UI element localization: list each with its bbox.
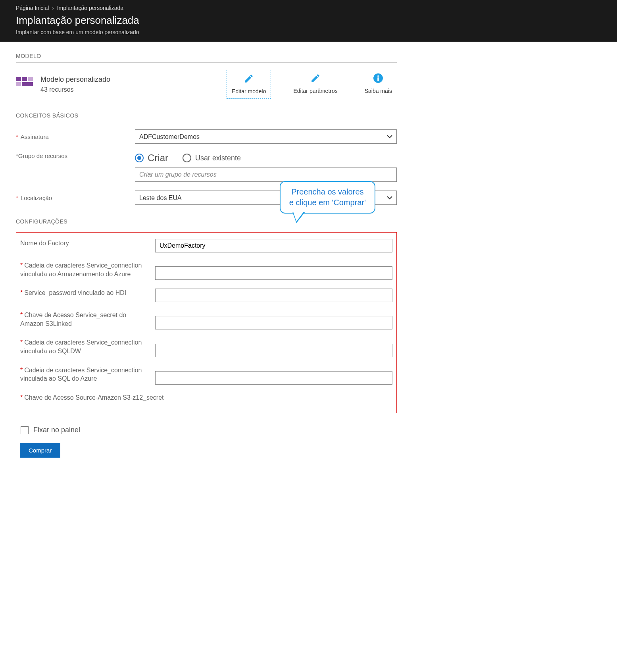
svg-rect-3: [16, 82, 21, 86]
radio-circle-icon: [183, 154, 191, 162]
edit-template-button[interactable]: Editar modelo: [227, 70, 271, 99]
pencil-icon: [244, 73, 254, 85]
radio-create-label: Criar: [148, 152, 168, 164]
hdi-password-label: Service_password vinculado ao HDI: [24, 289, 126, 296]
info-icon: [373, 73, 383, 85]
radio-existing-label: Usar existente: [195, 154, 241, 162]
resource-group-input[interactable]: [135, 168, 397, 182]
required-mark: *: [20, 262, 23, 269]
factory-name-input[interactable]: [155, 239, 392, 252]
template-tiles-icon: [16, 77, 33, 92]
svg-rect-1: [22, 77, 27, 81]
pin-label: Fixar no painel: [33, 426, 80, 434]
section-label-settings: CONFIGURAÇÕES: [16, 218, 397, 225]
resource-group-label: *Grupo de recursos: [16, 152, 67, 159]
svg-rect-7: [378, 77, 379, 81]
edit-template-label: Editar modelo: [232, 88, 266, 94]
factory-name-label: Nome do Factory: [20, 240, 69, 246]
page-title: Implantação personalizada: [16, 14, 612, 27]
required-mark: *: [16, 194, 18, 201]
section-rule-model: [16, 62, 397, 63]
section-label-basics: CONCEITOS BÁSICOS: [16, 112, 397, 119]
radio-create-new[interactable]: Criar: [135, 152, 168, 164]
s3-secret-input[interactable]: [155, 316, 392, 329]
edit-params-button[interactable]: Editar parâmetros: [288, 70, 342, 98]
subscription-label: Assinatura: [21, 133, 49, 140]
learn-more-label: Saiba mais: [365, 88, 392, 94]
breadcrumb-home[interactable]: Página Inicial: [16, 5, 49, 11]
hdi-password-input[interactable]: [155, 289, 392, 302]
breadcrumb-sep: ›: [52, 5, 54, 11]
pencil-icon: [310, 73, 321, 85]
azuresql-conn-input[interactable]: [155, 371, 392, 385]
svg-rect-2: [28, 77, 33, 81]
settings-highlight-box: Nome do Factory *Cadeia de caracteres Se…: [16, 232, 397, 413]
svg-rect-4: [22, 82, 33, 86]
section-label-model: MODELO: [16, 53, 397, 59]
required-mark: *: [16, 133, 18, 140]
sqldw-conn-input[interactable]: [155, 344, 392, 357]
sqldw-conn-label: Cadeia de caracteres Service_connection …: [20, 339, 142, 354]
svg-point-6: [377, 75, 379, 77]
storage-conn-input[interactable]: [155, 266, 392, 280]
required-mark: *: [20, 289, 23, 296]
radio-use-existing[interactable]: Usar existente: [183, 154, 241, 162]
src-s3-secret-label: Chave de Acesso Source-Amazon S3-z12_sec…: [24, 394, 163, 401]
required-mark: *: [20, 312, 23, 318]
header-bar: Página Inicial › Implantação personaliza…: [0, 0, 617, 42]
storage-conn-label: Cadeia de caracteres Service_connection …: [20, 262, 142, 277]
learn-more-button[interactable]: Saiba mais: [360, 70, 397, 98]
section-rule-basics: [16, 122, 397, 122]
svg-rect-0: [16, 77, 21, 81]
s3-secret-label: Chave de Acesso Service_secret do Amazon…: [20, 312, 126, 327]
edit-params-label: Editar parâmetros: [293, 88, 337, 94]
radio-circle-icon: [135, 154, 144, 162]
section-rule-settings: [16, 228, 397, 228]
model-title: Modelo personalizado: [40, 75, 110, 84]
callout-line1: Preencha os valores: [289, 187, 366, 197]
location-label: Localização: [21, 194, 52, 201]
pin-checkbox[interactable]: [21, 426, 29, 434]
subscription-select[interactable]: ADFCustomerDemos: [135, 129, 397, 144]
callout-line2: e clique em 'Comprar': [289, 197, 366, 208]
breadcrumb-current: Implantação personalizada: [57, 5, 123, 11]
required-mark: *: [20, 367, 23, 374]
model-row: Modelo personalizado 43 recursos Editar …: [16, 70, 397, 99]
page-subtitle: Implantar com base em um modelo personal…: [5, 28, 612, 42]
callout-tooltip: Preencha os valores e clique em 'Comprar…: [280, 181, 375, 214]
azuresql-conn-label: Cadeia de caracteres Service_connection …: [20, 367, 142, 382]
breadcrumb: Página Inicial › Implantação personaliza…: [5, 2, 612, 12]
required-mark: *: [20, 394, 23, 401]
required-mark: *: [20, 339, 23, 346]
model-resources: 43 recursos: [40, 86, 110, 93]
buy-button[interactable]: Comprar: [20, 443, 60, 458]
